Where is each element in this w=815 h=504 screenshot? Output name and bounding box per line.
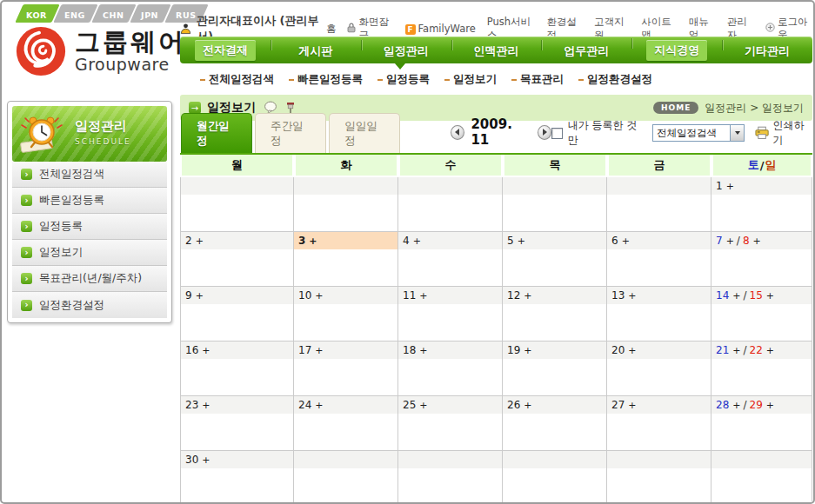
- day-number[interactable]: 13: [611, 289, 625, 302]
- submenu-item-빠른일정등록[interactable]: 빠른일정등록: [289, 72, 363, 87]
- add-schedule-link[interactable]: +: [202, 400, 210, 411]
- day-number[interactable]: 4: [403, 235, 410, 247]
- day-number[interactable]: 11: [403, 289, 416, 302]
- calendar-cell: 6+: [607, 232, 711, 287]
- day-number[interactable]: 8: [743, 235, 750, 247]
- submenu-item-일정등록[interactable]: 일정등록: [377, 72, 430, 87]
- add-schedule-link[interactable]: +: [196, 235, 204, 247]
- add-schedule-link[interactable]: +: [309, 235, 317, 247]
- day-number[interactable]: 17: [298, 344, 311, 356]
- add-schedule-link[interactable]: +: [524, 400, 531, 411]
- calendar-cell: 27+: [607, 396, 711, 451]
- my-schedule-checkbox[interactable]: [551, 128, 562, 139]
- sidebar-item-전체일정검색[interactable]: ›전체일정검색: [12, 162, 167, 188]
- day-number[interactable]: 9: [185, 289, 192, 302]
- day-number[interactable]: 30: [185, 454, 198, 466]
- add-schedule-link[interactable]: +: [628, 345, 636, 356]
- arrow-right-icon: ›: [21, 273, 32, 284]
- day-number[interactable]: 19: [507, 344, 520, 356]
- menu-item-게시판[interactable]: 게시판: [271, 42, 361, 59]
- add-schedule-link[interactable]: +: [419, 290, 427, 302]
- lang-tab-eng[interactable]: ENG: [53, 4, 97, 23]
- add-schedule-link[interactable]: +: [766, 345, 774, 356]
- menu-item-인맥관리[interactable]: 인맥관리: [451, 42, 542, 59]
- day-number[interactable]: 26: [507, 399, 520, 411]
- add-schedule-link[interactable]: +: [202, 454, 210, 466]
- day-number[interactable]: 12: [507, 289, 520, 302]
- tab-주간일정[interactable]: 주간일정: [255, 113, 326, 153]
- day-number[interactable]: 1: [716, 180, 723, 192]
- sidebar-item-일정환경설정[interactable]: ›일정환경설정: [12, 292, 167, 318]
- tab-월간일정[interactable]: 월간일정: [181, 113, 252, 153]
- day-number[interactable]: 23: [185, 399, 198, 411]
- prev-month-button[interactable]: [451, 125, 464, 140]
- menu-item-기타관리[interactable]: 기타관리: [722, 42, 812, 59]
- day-number[interactable]: 2: [185, 235, 192, 247]
- day-number[interactable]: 25: [403, 399, 416, 411]
- day-number[interactable]: 7: [716, 235, 723, 247]
- add-schedule-link[interactable]: +: [628, 290, 636, 302]
- day-number[interactable]: 24: [298, 399, 311, 411]
- sidebar-item-일정보기[interactable]: ›일정보기: [12, 240, 167, 266]
- add-schedule-link[interactable]: +: [732, 345, 740, 356]
- add-schedule-link[interactable]: +: [766, 290, 774, 302]
- add-schedule-link[interactable]: +: [732, 400, 740, 411]
- add-schedule-link[interactable]: +: [419, 345, 427, 356]
- menu-item-지식경영[interactable]: 지식경영: [631, 40, 722, 61]
- day-number[interactable]: 10: [298, 289, 311, 302]
- menu-item-전자결재[interactable]: 전자결재: [180, 40, 271, 61]
- day-number[interactable]: 22: [750, 344, 763, 356]
- submenu-item-일정환경설정[interactable]: 일정환경설정: [578, 72, 652, 87]
- schedule-filter-select[interactable]: 전체일정검색: [652, 124, 745, 142]
- add-schedule-link[interactable]: +: [315, 400, 323, 411]
- sidebar-item-일정등록[interactable]: ›일정등록: [12, 214, 167, 240]
- add-schedule-link[interactable]: +: [628, 400, 636, 411]
- submenu-item-전체일정검색[interactable]: 전체일정검색: [200, 72, 274, 87]
- add-schedule-link[interactable]: +: [518, 235, 525, 247]
- sidebar-item-목표관리(년/월/주차)[interactable]: ›목표관리(년/월/주차): [12, 266, 167, 292]
- sidebar-item-빠른일정등록[interactable]: ›빠른일정등록: [12, 188, 167, 214]
- add-schedule-link[interactable]: +: [524, 345, 531, 356]
- add-schedule-link[interactable]: +: [732, 290, 740, 302]
- day-number[interactable]: 20: [611, 344, 625, 356]
- day-number[interactable]: 14: [716, 289, 729, 302]
- day-number[interactable]: 18: [403, 344, 416, 356]
- add-schedule-link[interactable]: +: [622, 235, 630, 247]
- logo[interactable]: 그룹웨어 Groupware: [14, 24, 186, 78]
- add-schedule-link[interactable]: +: [196, 290, 204, 302]
- day-number[interactable]: 3: [298, 235, 305, 247]
- sidebar-header: 일정관리 SCHEDULE: [12, 106, 167, 162]
- add-schedule-link[interactable]: +: [726, 181, 734, 192]
- day-number[interactable]: 27: [611, 399, 625, 411]
- user-link-홈[interactable]: 홈: [326, 23, 337, 36]
- add-schedule-link[interactable]: +: [766, 400, 774, 411]
- submenu-item-일정보기[interactable]: 일정보기: [444, 72, 497, 87]
- menu-item-일정관리[interactable]: 일정관리: [361, 42, 451, 59]
- print-button[interactable]: 인쇄하기: [755, 118, 812, 148]
- lang-tab-kor[interactable]: KOR: [15, 4, 59, 23]
- next-month-button[interactable]: [538, 125, 551, 140]
- add-schedule-link[interactable]: +: [413, 235, 421, 247]
- select-dropdown-button[interactable]: [730, 125, 744, 141]
- day-number[interactable]: 6: [611, 235, 618, 247]
- day-number[interactable]: 16: [185, 344, 198, 356]
- user-link-FamilyWare[interactable]: FFamilyWare: [405, 23, 476, 35]
- add-schedule-link[interactable]: +: [524, 290, 531, 302]
- add-schedule-link[interactable]: +: [753, 235, 761, 247]
- add-schedule-link[interactable]: +: [315, 290, 323, 302]
- day-number[interactable]: 15: [750, 289, 763, 302]
- menu-item-업무관리[interactable]: 업무관리: [541, 42, 631, 59]
- day-number[interactable]: 29: [750, 399, 763, 411]
- add-schedule-link[interactable]: +: [315, 345, 323, 356]
- submenu-item-목표관리[interactable]: 목표관리: [511, 72, 564, 87]
- tab-일일일정[interactable]: 일일일정: [329, 113, 400, 153]
- day-number[interactable]: 5: [507, 235, 514, 247]
- day-number[interactable]: 28: [716, 399, 729, 411]
- add-schedule-link[interactable]: +: [202, 345, 210, 356]
- day-header-수: 수: [398, 155, 503, 177]
- day-number[interactable]: 21: [716, 344, 729, 356]
- home-badge[interactable]: HOME: [653, 102, 698, 114]
- lang-tab-chn[interactable]: CHN: [91, 4, 137, 23]
- add-schedule-link[interactable]: +: [726, 235, 734, 247]
- add-schedule-link[interactable]: +: [419, 400, 427, 411]
